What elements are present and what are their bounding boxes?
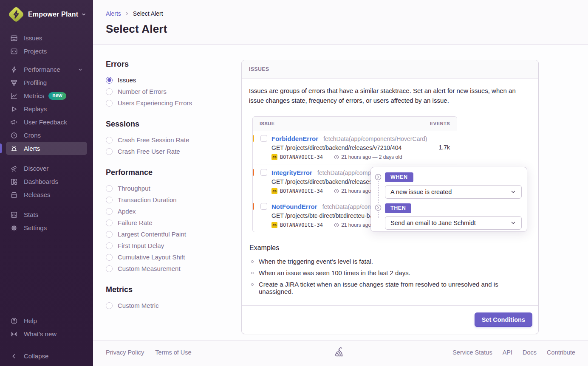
service-status-link[interactable]: Service Status [452, 349, 492, 356]
radio-option-apdex[interactable]: Apdex [106, 206, 229, 217]
radio-option-throughput[interactable]: Throughput [106, 183, 229, 194]
list-item: When the triggering event's level is fat… [249, 258, 531, 265]
sidebar-item-issues[interactable]: Issues [6, 31, 87, 45]
sidebar-item-discover[interactable]: Discover [6, 162, 87, 175]
sidebar-item-metrics[interactable]: Metrics new [6, 89, 87, 102]
javascript-platform-icon: JS [271, 188, 277, 194]
page-footer: Privacy Policy Terms of Use Service Stat… [93, 340, 588, 366]
radio-option-failure-rate[interactable]: Failure Rate [106, 217, 229, 228]
sidebar-item-help[interactable]: Help [6, 314, 87, 327]
main-area: Alerts Select Alert Select Alert Errors … [93, 0, 588, 366]
metrics-icon [10, 92, 18, 100]
set-conditions-button[interactable]: Set Conditions [475, 313, 532, 327]
sidebar-item-alerts[interactable]: Alerts [6, 142, 87, 155]
radio-option-number-of-errors[interactable]: Number of Errors [106, 86, 229, 97]
radio-option-largest-contentful-paint[interactable]: Largest Contentful Paint [106, 228, 229, 240]
radio-option-crash-free-session-rate[interactable]: Crash Free Session Rate [106, 134, 229, 146]
radio-icon[interactable] [106, 137, 113, 144]
radio-icon[interactable] [106, 88, 113, 95]
sentry-logo-icon [335, 347, 347, 358]
privacy-policy-link[interactable]: Privacy Policy [106, 349, 144, 356]
radio-option-first-input-delay[interactable]: First Input Delay [106, 240, 229, 251]
radio-icon[interactable] [106, 100, 113, 107]
when-condition-value: A new issue is created [390, 189, 452, 195]
radio-label: Crash Free Session Rate [118, 136, 189, 144]
radio-icon[interactable] [106, 254, 113, 261]
radio-icon[interactable] [106, 148, 113, 155]
table-row[interactable]: ForbiddenError fetchData(app/components/… [253, 130, 457, 164]
column-header-issue: ISSUE [260, 121, 275, 126]
when-condition-select[interactable]: A new issue is created [385, 185, 522, 199]
radio-icon[interactable] [106, 302, 113, 309]
user-feedback-icon [10, 118, 18, 126]
bullet-icon [251, 260, 254, 263]
sidebar-item-label: Collapse [24, 352, 48, 360]
panel-footer: Set Conditions [242, 305, 538, 334]
sidebar-item-whats-new[interactable]: What's new [6, 327, 87, 341]
sidebar-item-settings[interactable]: Settings [6, 221, 87, 234]
sidebar-item-profiling[interactable]: Profiling [6, 76, 87, 89]
group-title: Performance [106, 168, 229, 177]
sidebar-item-crons[interactable]: Crons [6, 129, 87, 142]
breadcrumb-alerts-link[interactable]: Alerts [106, 10, 121, 17]
radio-option-cumulative-layout-shift[interactable]: Cumulative Layout Shift [106, 251, 229, 263]
contribute-link[interactable]: Contribute [547, 349, 575, 356]
condition-builder-popup: WHEN A new issue is created THEN Send an… [370, 167, 527, 232]
radio-option-users-experiencing-errors[interactable]: Users Experiencing Errors [106, 97, 229, 109]
terms-of-use-link[interactable]: Terms of Use [155, 349, 191, 356]
footer-left-links: Privacy Policy Terms of Use [106, 349, 192, 356]
api-link[interactable]: API [503, 349, 512, 356]
radio-option-custom-measurement[interactable]: Custom Measurement [106, 263, 229, 274]
sidebar-item-label: Settings [24, 224, 47, 231]
sidebar-item-label: Discover [24, 165, 48, 172]
docs-link[interactable]: Docs [523, 349, 537, 356]
when-badge: WHEN [385, 172, 413, 182]
sidebar-item-releases[interactable]: Releases [6, 188, 87, 201]
then-action-select[interactable]: Send an email to Jane Schmidt [385, 216, 522, 230]
clock-icon [334, 155, 339, 160]
radio-option-custom-metric[interactable]: Custom Metric [106, 300, 229, 311]
sidebar-item-replays[interactable]: Replays [6, 102, 87, 115]
sidebar-item-user-feedback[interactable]: User Feedback [6, 115, 87, 129]
level-indicator [252, 169, 254, 176]
project-slug: BOTANAVOICE-34 [280, 222, 323, 228]
replays-icon [10, 105, 18, 113]
issue-title-link[interactable]: IntegrityError [271, 169, 312, 176]
issue-title-link[interactable]: NotFoundError [271, 203, 317, 210]
sidebar-item-label: Help [24, 317, 37, 324]
issue-main: ForbiddenError fetchData(app/components/… [271, 135, 429, 160]
radio-icon[interactable] [106, 231, 113, 238]
radio-option-issues[interactable]: Issues [106, 74, 229, 86]
footer-right-links: Service Status API Docs Contribute [452, 349, 575, 356]
issue-checkbox[interactable] [260, 169, 267, 176]
radio-icon[interactable] [106, 220, 113, 226]
issue-meta: JS BOTANAVOICE-34 21 hours ago — 2 days … [271, 154, 429, 160]
column-header-events: EVENTS [430, 121, 450, 126]
issue-checkbox[interactable] [260, 203, 267, 210]
sidebar-item-label: Stats [24, 211, 38, 218]
sidebar-item-projects[interactable]: Projects [6, 45, 87, 58]
chevron-down-icon [78, 67, 83, 72]
radio-icon[interactable] [106, 77, 113, 84]
radio-icon[interactable] [106, 265, 113, 272]
sidebar-item-label: What's new [24, 330, 57, 338]
radio-option-crash-free-user-rate[interactable]: Crash Free User Rate [106, 146, 229, 157]
radio-option-transaction-duration[interactable]: Transaction Duration [106, 194, 229, 206]
radio-icon[interactable] [106, 197, 113, 203]
sidebar-item-performance[interactable]: Performance [6, 63, 87, 76]
examples-title: Examples [249, 244, 531, 252]
sidebar-collapse-button[interactable]: Collapse [6, 349, 87, 363]
radio-icon[interactable] [106, 208, 113, 215]
sidebar-item-label: Crons [24, 132, 41, 139]
whats-new-icon [10, 330, 18, 338]
sidebar-item-dashboards[interactable]: Dashboards [6, 175, 87, 188]
group-title: Sessions [106, 120, 229, 129]
sidebar-item-stats[interactable]: Stats [6, 208, 87, 221]
group-sessions: Sessions Crash Free Session Rate Crash F… [106, 120, 229, 157]
issue-title-link[interactable]: ForbiddenError [271, 135, 318, 142]
issue-checkbox[interactable] [260, 135, 267, 142]
radio-icon[interactable] [106, 242, 113, 249]
radio-label: Transaction Duration [118, 196, 177, 203]
radio-icon[interactable] [106, 185, 113, 192]
org-switcher[interactable]: Empower Plant [0, 7, 93, 22]
